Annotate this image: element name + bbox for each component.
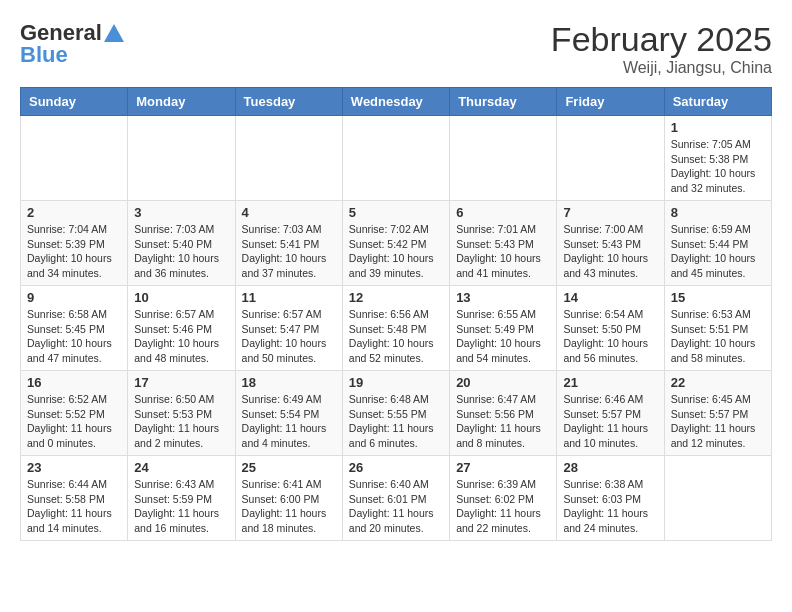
day-number: 22 bbox=[671, 375, 765, 390]
day-info: Sunrise: 7:03 AMSunset: 5:40 PMDaylight:… bbox=[134, 222, 228, 281]
week-row-4: 16Sunrise: 6:52 AMSunset: 5:52 PMDayligh… bbox=[21, 371, 772, 456]
day-number: 20 bbox=[456, 375, 550, 390]
day-number: 5 bbox=[349, 205, 443, 220]
month-year-title: February 2025 bbox=[551, 20, 772, 59]
day-number: 6 bbox=[456, 205, 550, 220]
day-header-thursday: Thursday bbox=[450, 88, 557, 116]
day-number: 24 bbox=[134, 460, 228, 475]
calendar-cell: 6Sunrise: 7:01 AMSunset: 5:43 PMDaylight… bbox=[450, 201, 557, 286]
calendar-cell bbox=[342, 116, 449, 201]
calendar-cell: 9Sunrise: 6:58 AMSunset: 5:45 PMDaylight… bbox=[21, 286, 128, 371]
day-info: Sunrise: 6:52 AMSunset: 5:52 PMDaylight:… bbox=[27, 392, 121, 451]
calendar-cell: 22Sunrise: 6:45 AMSunset: 5:57 PMDayligh… bbox=[664, 371, 771, 456]
day-number: 21 bbox=[563, 375, 657, 390]
day-number: 8 bbox=[671, 205, 765, 220]
day-number: 17 bbox=[134, 375, 228, 390]
day-info: Sunrise: 6:40 AMSunset: 6:01 PMDaylight:… bbox=[349, 477, 443, 536]
calendar-cell: 4Sunrise: 7:03 AMSunset: 5:41 PMDaylight… bbox=[235, 201, 342, 286]
calendar-cell: 10Sunrise: 6:57 AMSunset: 5:46 PMDayligh… bbox=[128, 286, 235, 371]
day-number: 28 bbox=[563, 460, 657, 475]
day-info: Sunrise: 6:50 AMSunset: 5:53 PMDaylight:… bbox=[134, 392, 228, 451]
day-number: 7 bbox=[563, 205, 657, 220]
day-info: Sunrise: 6:57 AMSunset: 5:47 PMDaylight:… bbox=[242, 307, 336, 366]
calendar-cell: 17Sunrise: 6:50 AMSunset: 5:53 PMDayligh… bbox=[128, 371, 235, 456]
calendar-table: SundayMondayTuesdayWednesdayThursdayFrid… bbox=[20, 87, 772, 541]
day-info: Sunrise: 7:02 AMSunset: 5:42 PMDaylight:… bbox=[349, 222, 443, 281]
day-info: Sunrise: 7:04 AMSunset: 5:39 PMDaylight:… bbox=[27, 222, 121, 281]
calendar-cell: 24Sunrise: 6:43 AMSunset: 5:59 PMDayligh… bbox=[128, 456, 235, 541]
calendar-cell: 2Sunrise: 7:04 AMSunset: 5:39 PMDaylight… bbox=[21, 201, 128, 286]
calendar-cell bbox=[557, 116, 664, 201]
day-info: Sunrise: 6:48 AMSunset: 5:55 PMDaylight:… bbox=[349, 392, 443, 451]
calendar-cell: 27Sunrise: 6:39 AMSunset: 6:02 PMDayligh… bbox=[450, 456, 557, 541]
day-number: 26 bbox=[349, 460, 443, 475]
calendar-cell: 26Sunrise: 6:40 AMSunset: 6:01 PMDayligh… bbox=[342, 456, 449, 541]
day-info: Sunrise: 6:49 AMSunset: 5:54 PMDaylight:… bbox=[242, 392, 336, 451]
calendar-cell: 3Sunrise: 7:03 AMSunset: 5:40 PMDaylight… bbox=[128, 201, 235, 286]
day-info: Sunrise: 6:45 AMSunset: 5:57 PMDaylight:… bbox=[671, 392, 765, 451]
day-info: Sunrise: 7:05 AMSunset: 5:38 PMDaylight:… bbox=[671, 137, 765, 196]
week-row-2: 2Sunrise: 7:04 AMSunset: 5:39 PMDaylight… bbox=[21, 201, 772, 286]
day-number: 14 bbox=[563, 290, 657, 305]
day-number: 27 bbox=[456, 460, 550, 475]
calendar-cell: 1Sunrise: 7:05 AMSunset: 5:38 PMDaylight… bbox=[664, 116, 771, 201]
week-row-3: 9Sunrise: 6:58 AMSunset: 5:45 PMDaylight… bbox=[21, 286, 772, 371]
svg-marker-0 bbox=[104, 24, 124, 42]
logo: General Blue bbox=[20, 20, 124, 68]
day-number: 16 bbox=[27, 375, 121, 390]
calendar-cell: 21Sunrise: 6:46 AMSunset: 5:57 PMDayligh… bbox=[557, 371, 664, 456]
calendar-cell: 20Sunrise: 6:47 AMSunset: 5:56 PMDayligh… bbox=[450, 371, 557, 456]
day-number: 3 bbox=[134, 205, 228, 220]
calendar-cell: 19Sunrise: 6:48 AMSunset: 5:55 PMDayligh… bbox=[342, 371, 449, 456]
day-header-sunday: Sunday bbox=[21, 88, 128, 116]
day-info: Sunrise: 6:55 AMSunset: 5:49 PMDaylight:… bbox=[456, 307, 550, 366]
calendar-cell: 14Sunrise: 6:54 AMSunset: 5:50 PMDayligh… bbox=[557, 286, 664, 371]
calendar-cell bbox=[235, 116, 342, 201]
logo-icon bbox=[104, 24, 124, 42]
calendar-cell: 11Sunrise: 6:57 AMSunset: 5:47 PMDayligh… bbox=[235, 286, 342, 371]
calendar-cell bbox=[21, 116, 128, 201]
week-row-5: 23Sunrise: 6:44 AMSunset: 5:58 PMDayligh… bbox=[21, 456, 772, 541]
day-info: Sunrise: 6:44 AMSunset: 5:58 PMDaylight:… bbox=[27, 477, 121, 536]
calendar-cell: 7Sunrise: 7:00 AMSunset: 5:43 PMDaylight… bbox=[557, 201, 664, 286]
day-number: 19 bbox=[349, 375, 443, 390]
day-info: Sunrise: 6:59 AMSunset: 5:44 PMDaylight:… bbox=[671, 222, 765, 281]
day-header-tuesday: Tuesday bbox=[235, 88, 342, 116]
day-number: 10 bbox=[134, 290, 228, 305]
day-info: Sunrise: 6:46 AMSunset: 5:57 PMDaylight:… bbox=[563, 392, 657, 451]
day-number: 2 bbox=[27, 205, 121, 220]
location-subtitle: Weiji, Jiangsu, China bbox=[551, 59, 772, 77]
calendar-cell bbox=[450, 116, 557, 201]
day-info: Sunrise: 7:03 AMSunset: 5:41 PMDaylight:… bbox=[242, 222, 336, 281]
page-header: General Blue February 2025 Weiji, Jiangs… bbox=[20, 20, 772, 77]
day-number: 9 bbox=[27, 290, 121, 305]
day-info: Sunrise: 6:39 AMSunset: 6:02 PMDaylight:… bbox=[456, 477, 550, 536]
calendar-cell: 12Sunrise: 6:56 AMSunset: 5:48 PMDayligh… bbox=[342, 286, 449, 371]
day-number: 13 bbox=[456, 290, 550, 305]
day-number: 18 bbox=[242, 375, 336, 390]
logo-blue: Blue bbox=[20, 42, 68, 68]
calendar-cell bbox=[664, 456, 771, 541]
day-info: Sunrise: 6:56 AMSunset: 5:48 PMDaylight:… bbox=[349, 307, 443, 366]
week-row-1: 1Sunrise: 7:05 AMSunset: 5:38 PMDaylight… bbox=[21, 116, 772, 201]
day-number: 23 bbox=[27, 460, 121, 475]
day-info: Sunrise: 7:01 AMSunset: 5:43 PMDaylight:… bbox=[456, 222, 550, 281]
calendar-cell: 8Sunrise: 6:59 AMSunset: 5:44 PMDaylight… bbox=[664, 201, 771, 286]
day-header-wednesday: Wednesday bbox=[342, 88, 449, 116]
calendar-cell: 25Sunrise: 6:41 AMSunset: 6:00 PMDayligh… bbox=[235, 456, 342, 541]
calendar-cell: 5Sunrise: 7:02 AMSunset: 5:42 PMDaylight… bbox=[342, 201, 449, 286]
calendar-cell: 18Sunrise: 6:49 AMSunset: 5:54 PMDayligh… bbox=[235, 371, 342, 456]
day-info: Sunrise: 6:53 AMSunset: 5:51 PMDaylight:… bbox=[671, 307, 765, 366]
day-header-friday: Friday bbox=[557, 88, 664, 116]
day-info: Sunrise: 6:54 AMSunset: 5:50 PMDaylight:… bbox=[563, 307, 657, 366]
day-info: Sunrise: 7:00 AMSunset: 5:43 PMDaylight:… bbox=[563, 222, 657, 281]
calendar-header-row: SundayMondayTuesdayWednesdayThursdayFrid… bbox=[21, 88, 772, 116]
day-number: 1 bbox=[671, 120, 765, 135]
day-info: Sunrise: 6:57 AMSunset: 5:46 PMDaylight:… bbox=[134, 307, 228, 366]
calendar-cell bbox=[128, 116, 235, 201]
calendar-cell: 15Sunrise: 6:53 AMSunset: 5:51 PMDayligh… bbox=[664, 286, 771, 371]
day-header-saturday: Saturday bbox=[664, 88, 771, 116]
calendar-cell: 28Sunrise: 6:38 AMSunset: 6:03 PMDayligh… bbox=[557, 456, 664, 541]
calendar-cell: 23Sunrise: 6:44 AMSunset: 5:58 PMDayligh… bbox=[21, 456, 128, 541]
day-number: 4 bbox=[242, 205, 336, 220]
